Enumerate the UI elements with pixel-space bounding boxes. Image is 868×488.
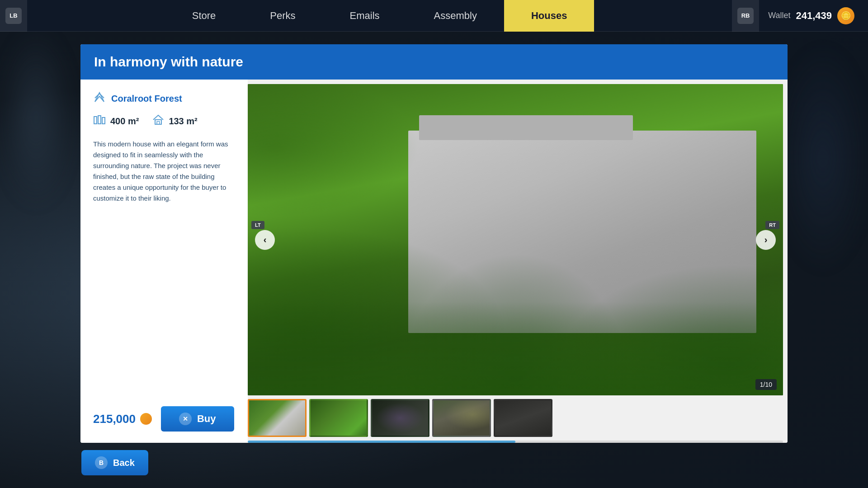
nav-rb-button[interactable]: RB <box>732 0 759 32</box>
rt-label: RT <box>765 221 779 229</box>
area-value: 400 m² <box>110 116 139 127</box>
nav-lb-button[interactable]: LB <box>0 0 27 32</box>
price-value: 215,000 <box>93 412 136 426</box>
location-name: Coralroot Forest <box>111 94 182 104</box>
thumbnail-2[interactable] <box>309 399 368 437</box>
image-counter: 1/10 <box>755 379 777 390</box>
main-property-image: LT ‹ RT › 1/10 <box>248 84 783 395</box>
lb-label: LB <box>5 8 22 24</box>
wallet-area: Wallet 241,439 🪙 <box>768 7 868 24</box>
nav-item-store[interactable]: Store <box>165 0 243 32</box>
rb-label: RB <box>737 8 754 24</box>
house-area-value: 133 m² <box>169 116 197 127</box>
thumbnails-row <box>248 399 783 440</box>
property-description: This modern house with an elegant form w… <box>93 139 235 204</box>
house-icon <box>152 114 164 128</box>
price-buy-row: 215,000 ✕ Buy <box>93 402 235 432</box>
svg-rect-0 <box>94 117 97 124</box>
svg-rect-2 <box>102 117 105 124</box>
property-location: Coralroot Forest <box>93 91 235 106</box>
image-next-button[interactable]: › <box>756 230 776 250</box>
nav-item-emails[interactable]: Emails <box>323 0 407 32</box>
right-panel: LT ‹ RT › 1/10 <box>248 80 788 443</box>
nav-item-perks[interactable]: Perks <box>243 0 322 32</box>
property-dialog: In harmony with nature Coralroot Forest <box>80 44 788 443</box>
thumbnail-3[interactable] <box>371 399 429 437</box>
wallet-amount: 241,439 <box>796 10 832 22</box>
area-stat: 400 m² <box>93 115 139 127</box>
svg-rect-3 <box>155 120 161 124</box>
price-coin-icon <box>140 413 152 425</box>
dialog-title: In harmony with nature <box>94 54 774 70</box>
ground-foliage <box>248 302 783 395</box>
price-tag: 215,000 <box>93 412 152 426</box>
property-stats: 400 m² 133 m² <box>93 114 235 128</box>
svg-rect-1 <box>98 116 101 124</box>
left-panel: Coralroot Forest 400 m² <box>80 80 248 443</box>
back-button[interactable]: B Back <box>81 450 148 475</box>
thumbnail-4[interactable] <box>432 399 491 437</box>
thumbnail-scrollbar[interactable] <box>248 441 783 443</box>
nav-items: Store Perks Emails Assembly Houses <box>27 0 732 32</box>
nav-item-houses[interactable]: Houses <box>504 0 594 32</box>
location-icon <box>93 91 106 106</box>
image-prev-button[interactable]: ‹ <box>255 230 275 250</box>
back-label: Back <box>113 458 135 468</box>
nav-item-assembly[interactable]: Assembly <box>407 0 504 32</box>
wallet-icon: 🪙 <box>837 7 854 24</box>
area-icon <box>93 115 106 127</box>
buy-x-icon: ✕ <box>179 413 192 425</box>
dialog-body: Coralroot Forest 400 m² <box>80 80 788 443</box>
thumbnail-5[interactable] <box>494 399 552 437</box>
scroll-position <box>248 441 515 443</box>
buy-label: Buy <box>197 413 216 425</box>
back-b-icon: B <box>95 456 108 469</box>
dialog-header: In harmony with nature <box>80 44 788 80</box>
buy-button[interactable]: ✕ Buy <box>161 406 234 432</box>
navbar: LB Store Perks Emails Assembly Houses RB… <box>0 0 868 32</box>
house-stat: 133 m² <box>152 114 197 128</box>
lt-label: LT <box>251 221 264 229</box>
thumbnail-1[interactable] <box>248 399 307 437</box>
wallet-label: Wallet <box>768 11 790 20</box>
